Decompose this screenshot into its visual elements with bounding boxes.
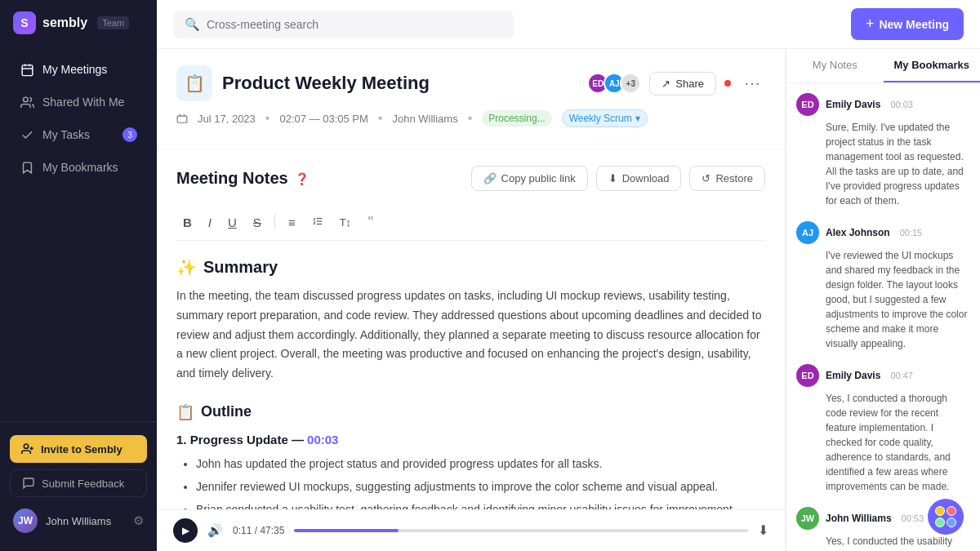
sidebar-item-tasks-label: My Tasks <box>42 128 90 141</box>
sidebar-item-my-bookmarks[interactable]: My Bookmarks <box>7 152 150 183</box>
message-avatar: ED <box>796 93 819 116</box>
content-area: 📋 Product Weekly Meeting ED AJ +3 ↗ Shar… <box>157 49 980 551</box>
list-item: John has updated the project status and … <box>196 455 765 474</box>
meeting-time-range: 02:07 — 03:05 PM <box>279 113 368 125</box>
submit-feedback-button[interactable]: Submit Feedback <box>10 469 147 497</box>
message-time: 00:53 <box>902 513 924 523</box>
weekly-label: Weekly Scrum <box>569 113 632 124</box>
outline-item-1: 1. Progress Update — 00:03 John has upda… <box>176 433 765 519</box>
outline-icon: 📋 <box>176 403 194 421</box>
bottom-right-cluster[interactable] <box>928 499 964 535</box>
meeting-icon-meta <box>176 113 188 124</box>
summary-text: In the meeting, the team discussed progr… <box>176 287 765 384</box>
download-button[interactable]: ⬇ Download <box>596 166 682 191</box>
outline-timestamp-1[interactable]: 00:03 <box>307 433 338 447</box>
copy-public-link-button[interactable]: 🔗 Copy public link <box>471 166 588 191</box>
logo-text: sembly <box>42 16 87 30</box>
message-time: 00:03 <box>890 100 913 109</box>
avatar-group: ED AJ +3 <box>587 73 641 94</box>
sidebar-bottom: Invite to Sembly Submit Feedback JW John… <box>0 421 157 551</box>
plus-icon: + <box>866 16 875 33</box>
share-button[interactable]: ↗ Share <box>649 72 716 96</box>
audio-player: ▶ 🔊 0:11 / 47:35 ⬇ <box>157 509 785 551</box>
message-header: ED Emily Davis 00:03 <box>796 93 970 116</box>
tab-my-notes[interactable]: My Notes <box>786 49 884 82</box>
sidebar-item-bookmarks-label: My Bookmarks <box>42 161 118 174</box>
bookmarks-icon <box>20 160 34 175</box>
feedback-label: Submit Feedback <box>42 478 124 490</box>
calendar-icon <box>20 62 34 77</box>
user-row: JW John Williams ⚙ <box>0 500 157 541</box>
invite-label: Invite to Sembly <box>41 443 122 455</box>
new-meeting-label: New Meeting <box>879 18 949 31</box>
more-options-button[interactable]: ⋯ <box>739 72 765 95</box>
audio-download-button[interactable]: ⬇ <box>758 523 768 539</box>
message-item: AJ Alex Johnson 00:15 I've reviewed the … <box>796 221 970 351</box>
user-name: John Williams <box>46 515 125 527</box>
meeting-title: Product Weekly Meeting <box>222 73 430 94</box>
notes-actions: 🔗 Copy public link ⬇ Download ↺ Restore <box>471 166 765 191</box>
formatting-toolbar: B I U S ≡ T↕ " <box>176 204 765 241</box>
meeting-panel: 📋 Product Weekly Meeting ED AJ +3 ↗ Shar… <box>157 49 786 551</box>
message-text: Yes, I conducted a thorough code review … <box>796 391 970 494</box>
notes-area: Meeting Notes ❓ 🔗 Copy public link ⬇ Dow… <box>157 149 785 551</box>
summary-title: ✨ Summary <box>176 257 765 277</box>
restore-icon: ↺ <box>702 172 710 184</box>
share-label: Share <box>675 78 704 90</box>
message-item: ED Emily Davis 00:03 Sure, Emily. I've u… <box>796 93 970 208</box>
message-author: John Williams <box>826 513 892 524</box>
sidebar-item-my-meetings[interactable]: My Meetings <box>7 54 150 85</box>
search-input[interactable] <box>207 18 502 31</box>
recording-indicator <box>724 80 731 87</box>
tab-my-bookmarks[interactable]: My Bookmarks <box>884 49 981 82</box>
bold-button[interactable]: B <box>176 211 198 233</box>
strikethrough-button[interactable]: S <box>247 211 268 233</box>
processing-tag: Processing... <box>482 110 551 127</box>
search-icon: 🔍 <box>185 17 200 32</box>
ordered-list-button[interactable] <box>305 211 330 233</box>
list-item: Jennifer reviewed UI mockups, suggesting… <box>196 478 765 497</box>
sidebar-item-my-meetings-label: My Meetings <box>42 63 107 76</box>
notes-panel: My Notes My Bookmarks ED Emily Davis 00:… <box>786 49 980 551</box>
user-avatar: JW <box>13 509 38 533</box>
share-icon: ↗ <box>662 78 670 90</box>
quote-button[interactable]: " <box>361 211 381 233</box>
outline-title: 📋 Outline <box>176 403 765 421</box>
weekly-scrum-tag[interactable]: Weekly Scrum ▾ <box>562 109 648 127</box>
sidebar-item-shared-with-me[interactable]: Shared With Me <box>7 87 150 118</box>
meeting-host: John Williams <box>392 113 457 125</box>
notes-tabs: My Notes My Bookmarks <box>786 49 980 83</box>
meeting-date: Jul 17, 2023 <box>198 113 256 125</box>
sidebar-item-shared-label: Shared With Me <box>42 96 124 109</box>
svg-rect-8 <box>177 116 187 122</box>
message-avatar: AJ <box>796 221 819 244</box>
message-text: I've reviewed the UI mockups and shared … <box>796 248 970 351</box>
notes-header: Meeting Notes ❓ 🔗 Copy public link ⬇ Dow… <box>176 166 765 191</box>
help-icon: ❓ <box>295 172 309 185</box>
settings-icon[interactable]: ⚙ <box>133 513 144 528</box>
sparkle-icon: ✨ <box>176 257 197 277</box>
outline-item-1-title: 1. Progress Update — 00:03 <box>176 433 765 447</box>
toolbar-separator-1 <box>274 214 275 230</box>
play-button[interactable]: ▶ <box>173 518 198 543</box>
text-size-button[interactable]: T↕ <box>333 212 358 233</box>
message-author: Emily Davis <box>826 370 880 381</box>
audio-progress-bar[interactable] <box>294 529 748 532</box>
italic-button[interactable]: I <box>202 211 218 233</box>
svg-rect-0 <box>22 64 33 75</box>
meeting-meta: Jul 17, 2023 • 02:07 — 03:05 PM • John W… <box>176 109 765 127</box>
message-time: 00:15 <box>900 228 923 238</box>
underline-button[interactable]: U <box>221 211 243 233</box>
invite-to-sembly-button[interactable]: Invite to Sembly <box>10 435 147 463</box>
audio-current-time: 0:11 / 47:35 <box>233 525 284 536</box>
message-author: Alex Johnson <box>826 227 890 238</box>
new-meeting-button[interactable]: + New Meeting <box>851 8 964 40</box>
logo-icon: S <box>13 11 36 34</box>
notes-messages: ED Emily Davis 00:03 Sure, Emily. I've u… <box>786 83 980 551</box>
bullet-list-button[interactable]: ≡ <box>282 211 302 233</box>
restore-button[interactable]: ↺ Restore <box>689 166 765 191</box>
volume-button[interactable]: 🔊 <box>207 523 223 538</box>
tasks-icon <box>20 127 34 142</box>
message-item: ED Emily Davis 00:47 Yes, I conducted a … <box>796 364 970 494</box>
sidebar-item-my-tasks[interactable]: My Tasks 3 <box>7 119 150 150</box>
